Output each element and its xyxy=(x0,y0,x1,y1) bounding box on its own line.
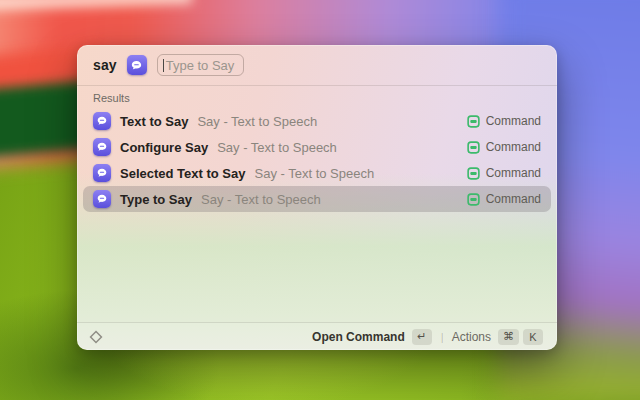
command-key-icon: ⌘ xyxy=(498,329,519,345)
result-type-label: Command xyxy=(486,114,541,128)
search-input[interactable]: Type to Say xyxy=(157,54,245,76)
command-type-icon xyxy=(467,167,480,180)
results-section-label: Results xyxy=(77,86,557,108)
say-speech-bubble-icon xyxy=(93,190,111,208)
results-section: Results Text to Say Say - Text to Speech… xyxy=(77,86,557,322)
result-type-label: Command xyxy=(486,166,541,180)
results-list: Text to Say Say - Text to Speech Command… xyxy=(77,108,557,212)
result-subtitle: Say - Text to Speech xyxy=(201,192,321,207)
search-query[interactable]: say xyxy=(93,57,117,73)
actions-button[interactable]: Actions xyxy=(452,330,491,344)
status-bar-divider: | xyxy=(441,331,444,343)
return-key-icon: ↵ xyxy=(412,329,432,345)
result-row[interactable]: Selected Text to Say Say - Text to Speec… xyxy=(83,160,551,186)
command-type-icon xyxy=(467,115,480,128)
result-type-label: Command xyxy=(486,140,541,154)
search-bar[interactable]: say Type to Say xyxy=(77,45,557,86)
say-speech-bubble-icon xyxy=(127,55,147,75)
command-type-icon xyxy=(467,193,480,206)
result-subtitle: Say - Text to Speech xyxy=(254,166,374,181)
command-type-icon xyxy=(467,141,480,154)
result-subtitle: Say - Text to Speech xyxy=(217,140,337,155)
say-speech-bubble-icon xyxy=(93,112,111,130)
result-title: Selected Text to Say xyxy=(120,166,245,181)
result-title: Configure Say xyxy=(120,140,208,155)
raycast-window: say Type to Say Results Text to Say Say … xyxy=(77,45,557,350)
k-key-icon: K xyxy=(523,329,543,345)
open-command-button[interactable]: Open Command xyxy=(312,330,405,344)
say-speech-bubble-icon xyxy=(93,164,111,182)
status-bar: Open Command ↵ | Actions ⌘ K xyxy=(77,322,557,350)
result-title: Text to Say xyxy=(120,114,188,129)
text-cursor xyxy=(163,59,164,72)
result-row[interactable]: Type to Say Say - Text to Speech Command xyxy=(83,186,551,212)
search-placeholder: Type to Say xyxy=(166,58,235,73)
raycast-logo-icon xyxy=(89,330,103,344)
result-row[interactable]: Configure Say Say - Text to Speech Comma… xyxy=(83,134,551,160)
say-speech-bubble-icon xyxy=(93,138,111,156)
result-type-label: Command xyxy=(486,192,541,206)
result-subtitle: Say - Text to Speech xyxy=(197,114,317,129)
result-title: Type to Say xyxy=(120,192,192,207)
result-row[interactable]: Text to Say Say - Text to Speech Command xyxy=(83,108,551,134)
